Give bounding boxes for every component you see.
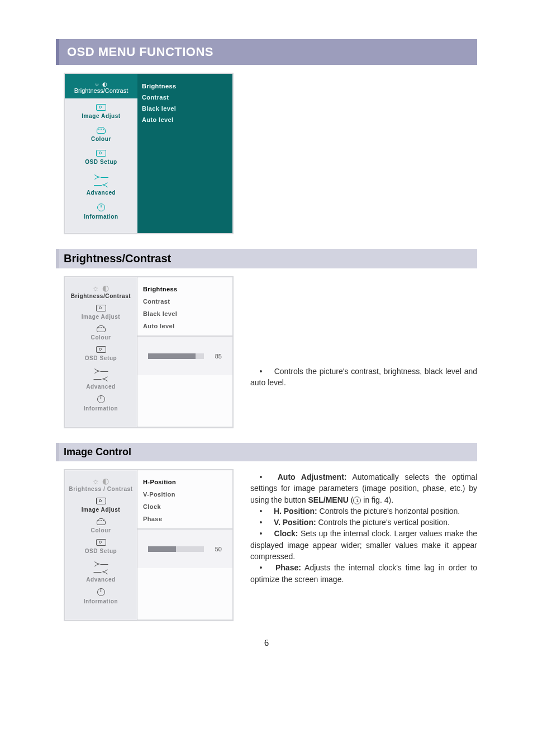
section-heading-text: Brightness/Contrast	[64, 252, 171, 264]
information-icon	[97, 395, 105, 404]
image-adjust-icon	[96, 305, 106, 313]
menu-item-brightness-contrast[interactable]: ☼ ◐ Brightness / Contrast	[68, 477, 134, 492]
sub-item-auto-level[interactable]: Auto level	[142, 320, 228, 332]
osd-right-column: Brightness Contrast Black level Auto lev…	[137, 277, 232, 427]
menu-item-information[interactable]: Information	[68, 588, 134, 604]
menu-item-advanced[interactable]: ≻——≺ Advanced	[68, 367, 134, 390]
desc-bullet-vpos: V. Position: Controls the picture's vert…	[250, 517, 477, 528]
section-heading-brightness-contrast: Brightness/Contrast	[56, 249, 477, 268]
osd-panel-brightness: ☼ ◐ Brightness/Contrast Image Adjust Col…	[64, 276, 234, 428]
desc-bullet-clock: Clock: Sets up the internal clock. Large…	[250, 528, 477, 562]
desc-bullet: Controls the picture's contrast, brightn…	[250, 366, 477, 389]
advanced-icon: ≻——≺	[94, 367, 108, 382]
brightness-value: 85	[210, 353, 222, 360]
desc-bullet-phase: Phase: Adjusts the internal clock's time…	[250, 562, 477, 585]
osd-setup-icon	[96, 150, 106, 158]
menu-item-osd-setup[interactable]: OSD Setup	[68, 539, 134, 554]
page-number: 6	[56, 638, 477, 648]
section-heading-image-control: Image Control	[56, 443, 477, 461]
colour-icon	[97, 518, 106, 526]
menu-item-colour[interactable]: Colour	[67, 127, 135, 142]
brightness-contrast-icon: ☼ ◐	[92, 284, 110, 292]
sub-item-contrast[interactable]: Contrast	[142, 295, 228, 308]
information-icon	[97, 588, 105, 597]
menu-item-brightness-contrast[interactable]: ☼ ◐ Brightness/Contrast	[65, 74, 137, 98]
menu-item-advanced[interactable]: ≻——≺ Advanced	[67, 173, 135, 196]
row-image-control: ☼ ◐ Brightness / Contrast Image Adjust C…	[56, 469, 477, 621]
brightness-slider[interactable]	[148, 353, 204, 359]
image-adjust-icon	[96, 104, 106, 112]
menu-item-information[interactable]: Information	[67, 204, 135, 220]
menu-item-advanced[interactable]: ≻——≺ Advanced	[68, 560, 134, 583]
desc-bullet-auto: Auto Adjustment: Automatically selects t…	[250, 471, 477, 505]
osd-right-column: Brightness Contrast Black level Auto lev…	[137, 74, 232, 233]
menu-item-osd-setup[interactable]: OSD Setup	[68, 346, 134, 361]
osd-right-column: H-Position V-Position Clock Phase 50	[137, 470, 232, 620]
osd-left-column: ☼ ◐ Brightness / Contrast Image Adjust C…	[65, 470, 137, 620]
sub-item-auto-level[interactable]: Auto level	[142, 114, 227, 125]
slider-area: 85	[137, 336, 232, 375]
osd-setup-icon	[96, 346, 106, 354]
menu-item-brightness-contrast[interactable]: ☼ ◐ Brightness/Contrast	[68, 284, 134, 299]
row-brightness-contrast: ☼ ◐ Brightness/Contrast Image Adjust Col…	[56, 276, 477, 428]
sub-item-brightness[interactable]: Brightness	[142, 283, 228, 295]
colour-icon	[97, 325, 106, 333]
menu-item-colour[interactable]: Colour	[68, 325, 134, 341]
menu-item-osd-setup[interactable]: OSD Setup	[67, 150, 135, 165]
sub-item-contrast[interactable]: Contrast	[142, 92, 227, 103]
image-control-description: Auto Adjustment: Automatically selects t…	[250, 469, 477, 585]
information-icon	[97, 204, 105, 212]
section-heading-text: Image Control	[64, 446, 131, 457]
brightness-contrast-icon: ☼ ◐	[94, 81, 108, 87]
sub-item-brightness[interactable]: Brightness	[142, 81, 227, 92]
sub-item-h-position[interactable]: H-Position	[142, 476, 228, 488]
sub-item-black-level[interactable]: Black level	[142, 308, 228, 320]
h-position-value: 50	[210, 546, 222, 552]
sub-item-v-position[interactable]: V-Position	[142, 488, 228, 500]
slider-fill	[148, 353, 196, 359]
menu-item-colour[interactable]: Colour	[68, 518, 134, 533]
menu-item-image-adjust[interactable]: Image Adjust	[68, 498, 134, 513]
sub-item-black-level[interactable]: Black level	[142, 103, 227, 114]
osd-left-column: ☼ ◐ Brightness/Contrast Image Adjust Col…	[65, 74, 137, 233]
osd-panel-image-control: ☼ ◐ Brightness / Contrast Image Adjust C…	[64, 469, 234, 621]
slider-area: 50	[137, 529, 232, 568]
image-adjust-icon	[96, 498, 106, 505]
page-title-bar: OSD MENU FUNCTIONS	[56, 39, 477, 65]
page-title: OSD MENU FUNCTIONS	[67, 45, 469, 59]
desc-bullet-hpos: H. Position: Controls the picture's hori…	[250, 505, 477, 517]
menu-item-image-adjust[interactable]: Image Adjust	[68, 305, 134, 320]
osd-setup-icon	[96, 539, 106, 547]
colour-icon	[97, 127, 106, 135]
advanced-icon: ≻——≺	[94, 173, 108, 188]
osd-panel-overview: ☼ ◐ Brightness/Contrast Image Adjust Col…	[64, 73, 234, 234]
menu-item-information[interactable]: Information	[68, 395, 134, 412]
brightness-description: Controls the picture's contrast, brightn…	[250, 276, 477, 389]
advanced-icon: ≻——≺	[94, 560, 108, 575]
slider-fill	[148, 546, 176, 552]
brightness-contrast-icon: ☼ ◐	[92, 477, 110, 485]
h-position-slider[interactable]	[148, 546, 204, 552]
sub-item-clock[interactable]: Clock	[142, 500, 228, 513]
page: OSD MENU FUNCTIONS ☼ ◐ Brightness/Contra…	[0, 0, 533, 670]
sub-item-phase[interactable]: Phase	[142, 513, 228, 525]
menu-item-image-adjust[interactable]: Image Adjust	[67, 104, 135, 119]
reference-circle-1: 1	[353, 497, 361, 504]
osd-left-column: ☼ ◐ Brightness/Contrast Image Adjust Col…	[65, 277, 137, 427]
